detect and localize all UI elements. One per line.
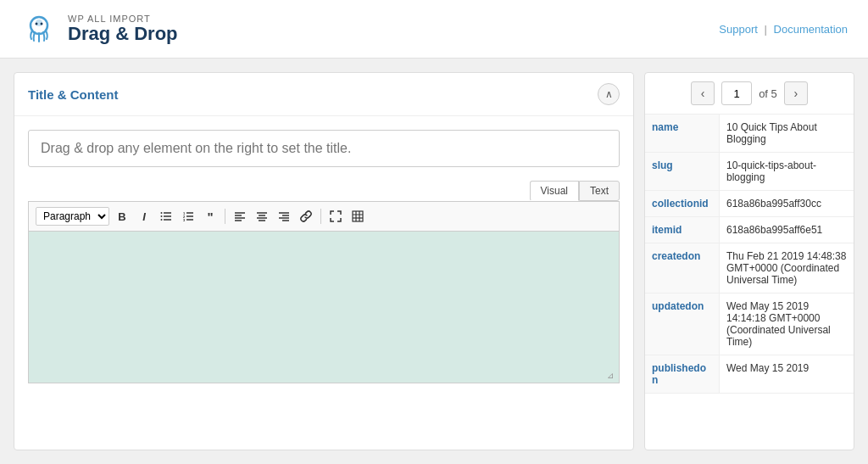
page-number-input[interactable]: [721, 81, 752, 105]
logo-text: WP ALL IMPORT Drag & Drop: [68, 14, 178, 44]
data-value: Wed May 15 2019: [720, 355, 854, 393]
data-value: 618a86ba995aff6e51: [720, 217, 854, 243]
align-center-button[interactable]: [253, 207, 271, 226]
svg-point-2: [36, 23, 38, 25]
editor-content[interactable]: ⊿: [28, 231, 620, 383]
italic-button[interactable]: I: [135, 207, 153, 226]
panel-header: Title & Content ∧: [14, 73, 633, 116]
data-value: Thu Feb 21 2019 14:48:38 GMT+0000 (Coord…: [720, 243, 854, 293]
data-key: collectionid: [645, 191, 720, 216]
next-page-button[interactable]: ›: [784, 81, 808, 105]
bullet-list-button[interactable]: [157, 207, 175, 226]
svg-point-3: [41, 23, 43, 25]
link-button[interactable]: [297, 207, 315, 226]
title-input-area: [14, 116, 633, 181]
table-row: publishedonWed May 15 2019: [645, 355, 854, 394]
data-key: publishedon: [645, 355, 720, 393]
align-left-button[interactable]: [231, 207, 249, 226]
data-key: name: [645, 115, 720, 152]
svg-point-9: [161, 219, 163, 221]
tab-visual[interactable]: Visual: [530, 181, 579, 201]
data-key: itemid: [645, 217, 720, 243]
table-row: name10 Quick Tips About Blogging: [645, 115, 854, 153]
support-link[interactable]: Support: [719, 23, 758, 36]
align-right-button[interactable]: [275, 207, 293, 226]
header-links: Support | Documentation: [719, 23, 848, 36]
logo-icon: [20, 10, 58, 48]
tab-text[interactable]: Text: [579, 181, 620, 201]
data-key: updatedon: [645, 293, 720, 355]
header-separator: |: [765, 23, 767, 36]
data-value: Wed May 15 2019 14:14:18 GMT+0000 (Coord…: [720, 293, 854, 355]
chevron-left-icon: ‹: [701, 87, 705, 100]
logo-area: WP ALL IMPORT Drag & Drop: [20, 10, 178, 48]
collapse-button[interactable]: ∧: [598, 83, 620, 105]
table-row: updatedonWed May 15 2019 14:14:18 GMT+00…: [645, 293, 854, 355]
editor-wrapper: Visual Text Paragraph B I 123 ": [14, 181, 633, 397]
toolbar-divider-2: [320, 209, 321, 224]
svg-point-8: [161, 215, 163, 217]
main-content: Title & Content ∧ Visual Text Paragraph …: [0, 59, 868, 464]
bold-button[interactable]: B: [113, 207, 131, 226]
table-row: slug10-quick-tips-about-blogging: [645, 153, 854, 191]
table-row: createdonThu Feb 21 2019 14:48:38 GMT+00…: [645, 243, 854, 293]
left-panel: Title & Content ∧ Visual Text Paragraph …: [14, 72, 634, 450]
data-key: createdon: [645, 243, 720, 293]
blockquote-button[interactable]: ": [201, 207, 220, 226]
toolbar-divider-1: [225, 209, 225, 224]
brand-title: Drag & Drop: [68, 24, 178, 44]
resize-handle[interactable]: ⊿: [607, 371, 617, 381]
documentation-link[interactable]: Documentation: [774, 23, 848, 36]
table-row: collectionid618a86ba995aff30cc: [645, 191, 854, 217]
editor-toolbar: Paragraph B I 123 ": [28, 201, 620, 231]
pagination-bar: ‹ of 5 ›: [645, 73, 854, 115]
header: WP ALL IMPORT Drag & Drop Support | Docu…: [0, 0, 868, 59]
table-row: itemid618a86ba995aff6e51: [645, 217, 854, 243]
chevron-up-icon: ∧: [605, 88, 613, 100]
right-panel: ‹ of 5 › name10 Quick Tips About Bloggin…: [644, 72, 854, 450]
chevron-right-icon: ›: [794, 87, 798, 100]
svg-text:3: 3: [183, 218, 186, 222]
editor-tabs: Visual Text: [28, 181, 620, 201]
panel-title: Title & Content: [28, 87, 118, 102]
prev-page-button[interactable]: ‹: [691, 81, 715, 105]
page-of-label: of 5: [759, 87, 777, 100]
numbered-list-button[interactable]: 123: [179, 207, 198, 226]
svg-point-7: [161, 212, 163, 214]
data-value: 10 Quick Tips About Blogging: [720, 115, 854, 152]
expand-button[interactable]: [326, 207, 345, 226]
title-input[interactable]: [28, 130, 620, 167]
data-value: 618a86ba995aff30cc: [720, 191, 854, 216]
format-select[interactable]: Paragraph: [36, 207, 109, 226]
table-button[interactable]: [348, 207, 367, 226]
data-key: slug: [645, 153, 720, 190]
svg-rect-28: [353, 211, 363, 221]
data-table: name10 Quick Tips About Bloggingslug10-q…: [645, 115, 854, 450]
data-value: 10-quick-tips-about-blogging: [720, 153, 854, 190]
